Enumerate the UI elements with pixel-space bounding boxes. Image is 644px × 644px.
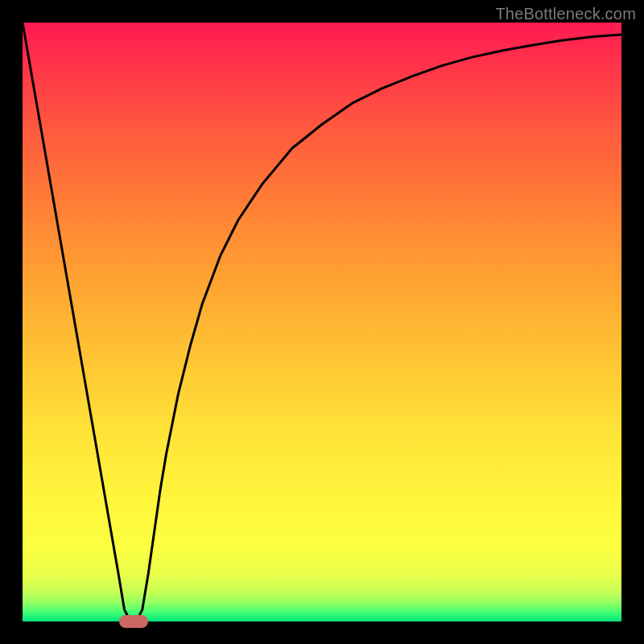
optimal-marker bbox=[119, 615, 148, 628]
bottleneck-curve bbox=[23, 23, 621, 621]
plot-area bbox=[23, 23, 621, 621]
watermark-text: TheBottleneck.com bbox=[495, 5, 636, 23]
chart-frame: TheBottleneck.com bbox=[0, 0, 644, 644]
